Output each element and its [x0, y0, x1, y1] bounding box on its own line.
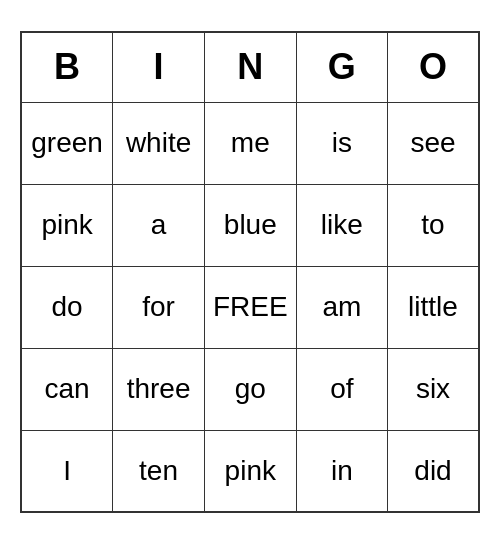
- bingo-card: B I N G O greenwhitemeisseepinkabluelike…: [20, 31, 480, 513]
- table-row: doforFREEamlittle: [21, 266, 479, 348]
- table-cell: a: [113, 184, 205, 266]
- table-cell: little: [388, 266, 479, 348]
- table-cell: to: [388, 184, 479, 266]
- header-row: B I N G O: [21, 32, 479, 102]
- table-cell: FREE: [204, 266, 296, 348]
- table-cell: six: [388, 348, 479, 430]
- table-row: pinkablueliketo: [21, 184, 479, 266]
- table-cell: I: [21, 430, 113, 512]
- table-cell: is: [296, 102, 387, 184]
- table-cell: pink: [204, 430, 296, 512]
- table-cell: like: [296, 184, 387, 266]
- table-cell: am: [296, 266, 387, 348]
- table-cell: ten: [113, 430, 205, 512]
- header-n: N: [204, 32, 296, 102]
- table-cell: in: [296, 430, 387, 512]
- table-cell: can: [21, 348, 113, 430]
- table-row: Itenpinkindid: [21, 430, 479, 512]
- table-row: canthreegoofsix: [21, 348, 479, 430]
- header-b: B: [21, 32, 113, 102]
- header-i: I: [113, 32, 205, 102]
- bingo-body: greenwhitemeisseepinkablueliketodoforFRE…: [21, 102, 479, 512]
- table-cell: do: [21, 266, 113, 348]
- table-cell: did: [388, 430, 479, 512]
- table-row: greenwhitemeissee: [21, 102, 479, 184]
- table-cell: green: [21, 102, 113, 184]
- table-cell: of: [296, 348, 387, 430]
- table-cell: pink: [21, 184, 113, 266]
- header-g: G: [296, 32, 387, 102]
- header-o: O: [388, 32, 479, 102]
- table-cell: see: [388, 102, 479, 184]
- table-cell: white: [113, 102, 205, 184]
- table-cell: go: [204, 348, 296, 430]
- table-cell: for: [113, 266, 205, 348]
- table-cell: three: [113, 348, 205, 430]
- table-cell: blue: [204, 184, 296, 266]
- table-cell: me: [204, 102, 296, 184]
